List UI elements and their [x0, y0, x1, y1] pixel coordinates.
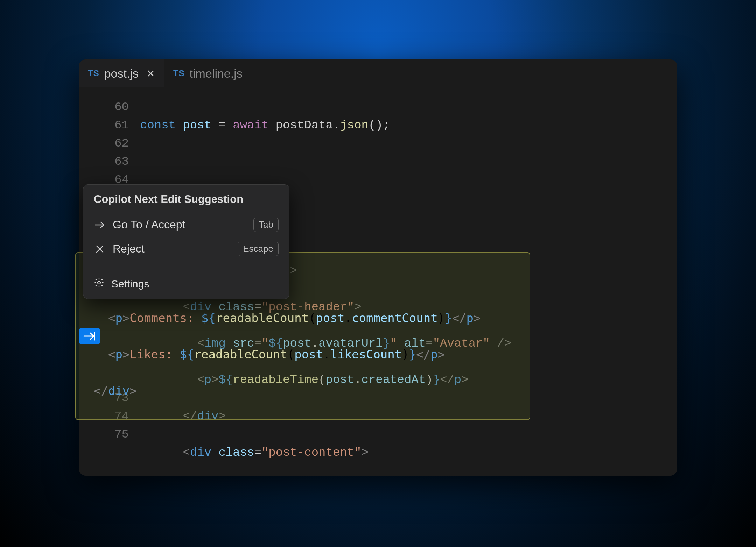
tab-label: post.js	[104, 67, 139, 80]
keyboard-hint: Escape	[238, 242, 279, 256]
next-edit-gutter-arrow-icon[interactable]	[79, 328, 100, 344]
settings-action[interactable]: Settings	[83, 271, 289, 299]
goto-accept-action[interactable]: Go To / Accept Tab	[83, 213, 289, 237]
tab-timeline-js[interactable]: TS timeline.js	[164, 59, 252, 87]
svg-point-0	[98, 281, 100, 284]
ts-icon: TS	[173, 69, 185, 78]
tab-post-js[interactable]: TS post.js ✕	[79, 59, 164, 87]
close-icon	[94, 245, 106, 253]
action-label: Reject	[113, 242, 231, 255]
action-label: Go To / Accept	[113, 218, 246, 231]
arrow-right-icon	[94, 221, 106, 228]
reject-action[interactable]: Reject Escape	[83, 237, 289, 261]
close-icon[interactable]: ✕	[146, 68, 155, 80]
gear-icon	[94, 277, 104, 290]
popover-title: Copilot Next Edit Suggestion	[83, 185, 289, 213]
tab-bar: TS post.js ✕ TS timeline.js	[79, 59, 677, 87]
copilot-suggestion-popover: Copilot Next Edit Suggestion Go To / Acc…	[83, 184, 289, 299]
ts-icon: TS	[88, 69, 99, 78]
tab-label: timeline.js	[190, 67, 243, 80]
separator	[83, 266, 289, 266]
keyboard-hint: Tab	[253, 218, 279, 232]
action-label: Settings	[111, 278, 149, 290]
